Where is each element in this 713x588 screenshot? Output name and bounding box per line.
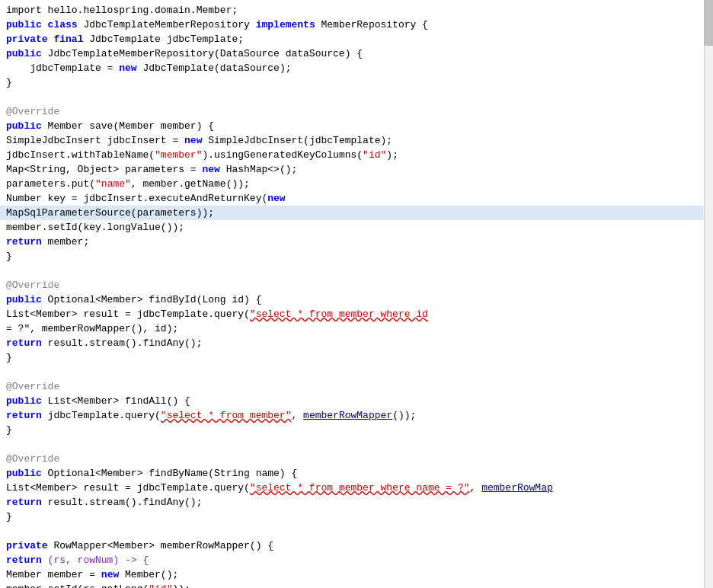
code-token: "select * from member" xyxy=(161,410,292,421)
code-token: public xyxy=(6,19,48,30)
code-token: final xyxy=(53,34,89,45)
code-line: List<Member> result = jdbcTemplate.query… xyxy=(0,481,713,495)
code-line: } xyxy=(0,510,713,524)
code-token: member; xyxy=(48,236,90,248)
code-line: } xyxy=(0,75,713,90)
code-token: import hello.hellospring.domain.Member; xyxy=(6,5,238,16)
code-line xyxy=(0,524,713,538)
scrollbar-thumb[interactable] xyxy=(704,0,713,46)
code-token: public xyxy=(6,468,48,479)
code-token: jdbcInsert.withTableName( xyxy=(6,149,155,161)
code-token: @Override xyxy=(6,106,59,117)
code-token: JdbcTemplate jdbcTemplate; xyxy=(89,34,244,45)
code-line: return result.stream().findAny(); xyxy=(0,495,713,510)
code-content: import hello.hellospring.domain.Member;p… xyxy=(0,3,713,588)
code-token: } xyxy=(6,424,12,436)
code-token: JdbcTemplateMemberRepository(DataSource … xyxy=(48,48,363,59)
code-token: new xyxy=(202,164,225,175)
code-token: Member member = xyxy=(6,569,101,580)
code-token: new xyxy=(184,135,208,146)
code-token: @Override xyxy=(6,453,59,465)
code-line: member.setId(rs.getLong("id")); xyxy=(0,582,713,588)
code-line: } xyxy=(0,350,713,365)
code-token: return xyxy=(6,410,48,421)
code-token: SimpleJdbcInsert jdbcInsert = xyxy=(6,135,184,146)
code-token: class xyxy=(48,19,84,30)
code-token: public xyxy=(6,120,48,132)
code-line: return member; xyxy=(0,235,713,249)
code-token: (rs, rowNum) -> { xyxy=(48,554,149,566)
code-token: @Override xyxy=(6,280,59,291)
code-line: public List<Member> findAll() { xyxy=(0,394,713,408)
code-line: @Override xyxy=(0,104,713,119)
code-line: public Optional<Member> findByName(Strin… xyxy=(0,466,713,481)
code-token: } xyxy=(6,251,12,262)
code-token: List<Member> result = jdbcTemplate.query… xyxy=(6,482,250,494)
code-line: return (rs, rowNum) -> { xyxy=(0,553,713,567)
code-token: implements xyxy=(256,19,321,30)
code-line: jdbcInsert.withTableName("member").using… xyxy=(0,148,713,162)
code-line xyxy=(0,264,713,278)
code-token: } xyxy=(6,77,12,88)
code-line: MapSqlParameterSource(parameters)); xyxy=(0,206,713,220)
code-token: result.stream().findAny(); xyxy=(48,497,203,508)
code-token: new xyxy=(267,193,285,204)
code-token: "id" xyxy=(149,583,172,588)
code-token: jdbcTemplate = xyxy=(6,62,119,74)
code-token: @Override xyxy=(6,381,59,392)
code-editor: import hello.hellospring.domain.Member;p… xyxy=(0,0,713,588)
code-token: Optional<Member> findById(Long id) { xyxy=(48,294,262,305)
code-token: Member(); xyxy=(125,569,178,580)
code-token: SimpleJdbcInsert(jdbcTemplate); xyxy=(208,135,392,146)
code-token: Number key = jdbcInsert.executeAndReturn… xyxy=(6,193,267,204)
code-token: JdbcTemplateMemberRepository xyxy=(83,19,255,30)
code-token: public xyxy=(6,395,48,407)
code-token: memberRowMap xyxy=(481,482,553,494)
code-line: import hello.hellospring.domain.Member; xyxy=(0,3,713,18)
code-token: , xyxy=(470,482,482,494)
code-line: member.setId(key.longValue()); xyxy=(0,220,713,235)
code-token: member.setId(key.longValue()); xyxy=(6,222,184,233)
code-token: ()); xyxy=(392,410,416,421)
code-token: "select * from member where id xyxy=(250,308,428,320)
code-token: ).usingGeneratedKeyColumns( xyxy=(202,149,363,161)
code-line: return jdbcTemplate.query("select * from… xyxy=(0,408,713,423)
code-token: List<Member> result = jdbcTemplate.query… xyxy=(6,308,250,320)
code-line: @Override xyxy=(0,278,713,292)
code-token: MemberRepository { xyxy=(321,19,428,30)
code-token: private xyxy=(6,34,53,45)
code-line: SimpleJdbcInsert jdbcInsert = new Simple… xyxy=(0,133,713,148)
code-token: new xyxy=(119,62,142,74)
code-line: } xyxy=(0,423,713,437)
code-line: Map<String, Object> parameters = new Has… xyxy=(0,162,713,177)
code-token: "name" xyxy=(95,178,131,190)
code-line: public Member save(Member member) { xyxy=(0,119,713,133)
code-line xyxy=(0,437,713,452)
code-token: "member" xyxy=(155,149,202,161)
code-token: jdbcTemplate.query( xyxy=(48,410,161,421)
code-token: , member.getName()); xyxy=(131,178,250,190)
code-token: Optional<Member> findByName(String name)… xyxy=(48,468,298,479)
code-token: member.setId(rs.getLong( xyxy=(6,583,149,588)
code-line: = ?", memberRowMapper(), id); xyxy=(0,321,713,336)
code-line: public class JdbcTemplateMemberRepositor… xyxy=(0,18,713,32)
code-token: Map<String, Object> parameters = xyxy=(6,164,202,175)
code-token: new xyxy=(101,569,125,580)
code-token: } xyxy=(6,511,12,522)
code-token: "id" xyxy=(363,149,386,161)
code-token: JdbcTemplate(dataSource); xyxy=(142,62,291,74)
code-token: , xyxy=(291,410,303,421)
code-token: = ?", memberRowMapper(), id); xyxy=(6,323,178,334)
code-token: )); xyxy=(172,583,190,588)
code-token: public xyxy=(6,48,48,59)
code-line: public JdbcTemplateMemberRepository(Data… xyxy=(0,46,713,61)
code-line: parameters.put("name", member.getName())… xyxy=(0,177,713,191)
code-line: @Override xyxy=(0,452,713,466)
code-line: } xyxy=(0,249,713,264)
vertical-scrollbar[interactable] xyxy=(704,0,713,588)
code-line: return result.stream().findAny(); xyxy=(0,336,713,350)
code-line xyxy=(0,90,713,104)
code-line: Number key = jdbcInsert.executeAndReturn… xyxy=(0,191,713,206)
code-token: } xyxy=(6,352,12,363)
code-token: memberRowMapper xyxy=(303,410,392,421)
